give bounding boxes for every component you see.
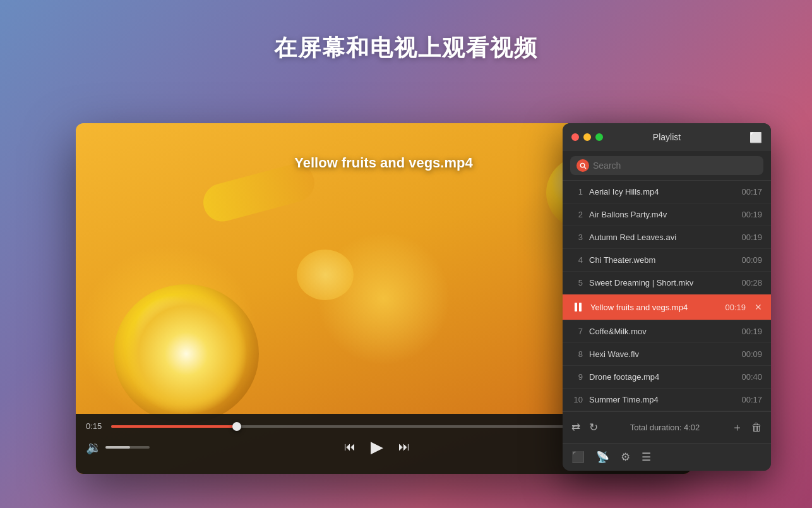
item-duration: 00:19 — [741, 210, 762, 219]
progress-knob[interactable] — [232, 422, 241, 431]
item-name: Air Ballons Party.m4v — [589, 210, 735, 219]
playlist-item[interactable]: 5 Sweet Dreaming | Short.mkv 00:28 — [563, 272, 771, 294]
footer-left: ⇄ ↻ — [571, 421, 598, 434]
playlist-item[interactable]: 4 Chi Theater.webm 00:09 — [563, 249, 771, 272]
item-number: 3 — [571, 233, 583, 242]
item-duration: 00:17 — [741, 395, 762, 404]
item-duration: 00:17 — [741, 187, 762, 197]
add-icon[interactable]: ＋ — [732, 420, 743, 435]
volume-icon[interactable]: 🔉 — [86, 440, 102, 455]
item-name: Summer Time.mp4 — [589, 395, 735, 404]
item-name: Aerial Icy Hills.mp4 — [589, 187, 735, 197]
search-input[interactable] — [593, 160, 757, 171]
item-duration: 00:19 — [741, 327, 762, 336]
list-view-icon[interactable]: ☰ — [642, 451, 651, 464]
item-duration: 00:19 — [741, 233, 762, 242]
item-duration: 00:40 — [741, 372, 762, 382]
window-controls — [571, 133, 603, 141]
pause-icon — [571, 301, 584, 313]
playlist-bottom-bar: ⬛ 📡 ⚙ ☰ — [563, 443, 771, 471]
item-number: 5 — [571, 278, 583, 287]
total-duration: Total duration: 4:02 — [630, 423, 700, 432]
playlist-item[interactable]: 2 Air Ballons Party.m4v 00:19 — [563, 203, 771, 226]
cast-icon[interactable]: 📡 — [596, 451, 609, 464]
playlist-panel: Playlist ⬜ 1 Aerial Icy Hills.mp4 00:17 … — [563, 123, 771, 471]
shuffle-icon[interactable]: ⇄ — [571, 421, 580, 434]
item-name: Hexi Wave.flv — [589, 349, 735, 359]
svg-point-0 — [580, 163, 584, 167]
svg-line-1 — [584, 167, 586, 169]
item-name: Coffe&Milk.mov — [589, 327, 735, 336]
maximize-dot[interactable] — [595, 133, 603, 141]
search-icon — [576, 159, 589, 172]
airplay-icon[interactable]: ⬜ — [749, 131, 762, 143]
playlist-item[interactable]: 1 Aerial Icy Hills.mp4 00:17 — [563, 181, 771, 203]
close-dot[interactable] — [571, 133, 579, 141]
footer-right: ＋ 🗑 — [732, 420, 762, 435]
item-duration: 00:28 — [741, 278, 762, 287]
playlist-items: 1 Aerial Icy Hills.mp4 00:17 2 Air Ballo… — [563, 181, 771, 411]
item-number: 1 — [571, 187, 583, 197]
item-number: 7 — [571, 327, 583, 336]
search-row — [563, 151, 771, 181]
video-title: Yellow fruits and vegs.mp4 — [294, 155, 472, 171]
item-number: 9 — [571, 372, 583, 382]
progress-fill — [111, 425, 237, 428]
next-button[interactable]: ⏭ — [398, 440, 410, 454]
item-number: 8 — [571, 349, 583, 359]
playlist-footer: ⇄ ↻ Total duration: 4:02 ＋ 🗑 — [563, 411, 771, 443]
page-title: 在屏幕和电视上观看视频 — [0, 0, 812, 64]
delete-icon[interactable]: 🗑 — [751, 421, 762, 434]
item-name: Chi Theater.webm — [589, 255, 735, 265]
playlist-item[interactable]: Yellow fruits and vegs.mp4 00:19 ✕ — [563, 294, 771, 320]
screen-view-icon[interactable]: ⬛ — [571, 451, 585, 464]
search-wrapper — [570, 156, 763, 175]
time-current: 0:15 — [86, 421, 105, 431]
play-button[interactable]: ▶ — [371, 437, 383, 457]
prefs-icon[interactable]: ⚙ — [621, 451, 630, 464]
prev-button[interactable]: ⏮ — [344, 440, 355, 454]
item-number: 2 — [571, 210, 583, 219]
item-name: Autumn Red Leaves.avi — [589, 233, 735, 242]
playlist-item[interactable]: 8 Hexi Wave.flv 00:09 — [563, 343, 771, 366]
item-duration: 00:09 — [741, 255, 762, 265]
playlist-item[interactable]: 3 Autumn Red Leaves.avi 00:19 — [563, 226, 771, 249]
volume-fill — [105, 446, 130, 449]
transport-controls: ⏮ ▶ ⏭ — [344, 437, 410, 457]
repeat-icon[interactable]: ↻ — [589, 421, 598, 434]
playlist-title: Playlist — [653, 132, 681, 142]
volume-group: 🔉 — [86, 440, 150, 455]
item-name: Drone footage.mp4 — [589, 372, 735, 382]
volume-bar[interactable] — [105, 446, 150, 449]
item-remove-icon[interactable]: ✕ — [755, 302, 762, 312]
playlist-item[interactable]: 7 Coffe&Milk.mov 00:19 — [563, 320, 771, 343]
item-name: Yellow fruits and vegs.mp4 — [590, 303, 719, 312]
playlist-header: Playlist ⬜ — [563, 123, 771, 151]
item-name: Sweet Dreaming | Short.mkv — [589, 278, 735, 287]
item-number: 4 — [571, 255, 583, 265]
item-duration: 00:19 — [725, 303, 746, 312]
playlist-item[interactable]: 10 Summer Time.mp4 00:17 — [563, 389, 771, 411]
minimize-dot[interactable] — [583, 133, 591, 141]
item-number: 10 — [571, 395, 583, 404]
playlist-item[interactable]: 9 Drone footage.mp4 00:40 — [563, 366, 771, 389]
item-duration: 00:09 — [741, 349, 762, 359]
